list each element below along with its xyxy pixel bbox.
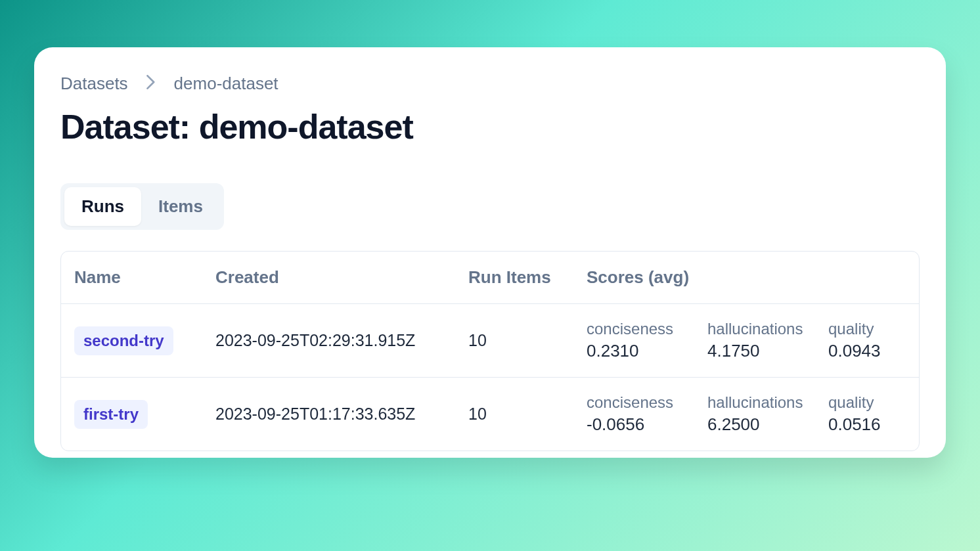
header-run-items: Run Items (468, 267, 587, 288)
header-scores: Scores (avg) (587, 267, 906, 288)
score-label: conciseness (587, 320, 685, 338)
tab-runs[interactable]: Runs (64, 187, 141, 226)
scores-group: conciseness 0.2310 hallucinations 4.1750… (587, 320, 920, 361)
score-label: quality (828, 393, 920, 412)
tabs: Runs Items (60, 183, 224, 230)
breadcrumb: Datasets demo-dataset (60, 74, 920, 94)
run-name-link[interactable]: second-try (74, 326, 173, 355)
score-value: 4.1750 (707, 341, 806, 361)
header-created: Created (215, 267, 468, 288)
run-created: 2023-09-25T01:17:33.635Z (215, 405, 468, 424)
score-value: 0.2310 (587, 341, 685, 361)
score-label: hallucinations (707, 320, 806, 338)
main-card: Datasets demo-dataset Dataset: demo-data… (34, 47, 946, 458)
score-hallucinations: hallucinations 4.1750 (707, 320, 806, 361)
tab-items[interactable]: Items (141, 187, 220, 226)
score-conciseness: conciseness -0.0656 (587, 393, 685, 435)
score-label: hallucinations (707, 393, 806, 412)
page-title: Dataset: demo-dataset (60, 107, 920, 146)
score-value: 0.0943 (828, 341, 920, 361)
chevron-right-icon (146, 74, 156, 94)
table-row[interactable]: second-try 2023-09-25T02:29:31.915Z 10 c… (61, 304, 919, 378)
breadcrumb-root[interactable]: Datasets (60, 74, 128, 94)
score-value: 0.0516 (828, 414, 920, 435)
header-name: Name (74, 267, 215, 288)
score-conciseness: conciseness 0.2310 (587, 320, 685, 361)
run-items-count: 10 (468, 405, 587, 424)
run-items-count: 10 (468, 331, 587, 350)
score-value: -0.0656 (587, 414, 685, 435)
score-quality: quality 0.0516 (828, 393, 920, 435)
runs-table: Name Created Run Items Scores (avg) seco… (60, 251, 920, 451)
score-label: quality (828, 320, 920, 338)
score-value: 6.2500 (707, 414, 806, 435)
breadcrumb-current: demo-dataset (174, 74, 278, 94)
score-quality: quality 0.0943 (828, 320, 920, 361)
score-hallucinations: hallucinations 6.2500 (707, 393, 806, 435)
scores-group: conciseness -0.0656 hallucinations 6.250… (587, 393, 920, 435)
run-created: 2023-09-25T02:29:31.915Z (215, 331, 468, 350)
score-label: conciseness (587, 393, 685, 412)
table-header: Name Created Run Items Scores (avg) (61, 252, 919, 304)
table-row[interactable]: first-try 2023-09-25T01:17:33.635Z 10 co… (61, 378, 919, 451)
run-name-link[interactable]: first-try (74, 400, 148, 429)
